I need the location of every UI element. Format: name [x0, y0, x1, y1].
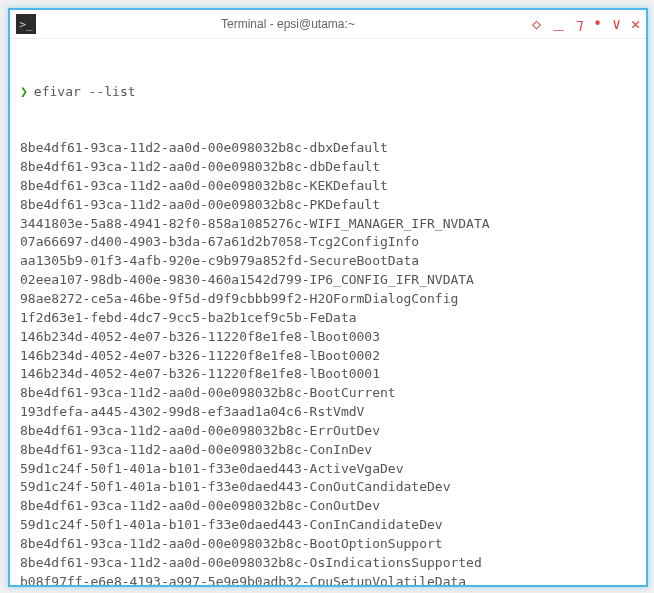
output-line: 8be4df61-93ca-11d2-aa0d-00e098032b8c-dbD… [20, 158, 636, 177]
maximize-alt-icon[interactable]: ◇ [532, 17, 541, 32]
output-line: 3441803e-5a88-4941-82f0-858a1085276c-WIF… [20, 215, 636, 234]
output-line: 8be4df61-93ca-11d2-aa0d-00e098032b8c-Boo… [20, 384, 636, 403]
output-line: 8be4df61-93ca-11d2-aa0d-00e098032b8c-Con… [20, 497, 636, 516]
output-line: 59d1c24f-50f1-401a-b101-f33e0daed443-Act… [20, 460, 636, 479]
prompt-line: ❯ efivar --list [20, 83, 636, 102]
terminal-window: >_ Terminal - epsi@utama:~ ◇ ＿ ⁊ • ∨ ✕ ❯… [8, 8, 648, 587]
window-controls: ◇ ＿ ⁊ • ∨ ✕ [532, 17, 640, 32]
output-line: 8be4df61-93ca-11d2-aa0d-00e098032b8c-OsI… [20, 554, 636, 573]
output-line: 8be4df61-93ca-11d2-aa0d-00e098032b8c-KEK… [20, 177, 636, 196]
output-line: 8be4df61-93ca-11d2-aa0d-00e098032b8c-PKD… [20, 196, 636, 215]
output-line: 98ae8272-ce5a-46be-9f5d-d9f9cbbb99f2-H2O… [20, 290, 636, 309]
output-line: 07a66697-d400-4903-b3da-67a61d2b7058-Tcg… [20, 233, 636, 252]
output-line: 59d1c24f-50f1-401a-b101-f33e0daed443-Con… [20, 478, 636, 497]
output-line: b08f97ff-e6e8-4193-a997-5e9e9b0adb32-Cpu… [20, 573, 636, 585]
output-line: 146b234d-4052-4e07-b326-11220f8e1fe8-lBo… [20, 328, 636, 347]
command-text: efivar --list [34, 83, 136, 102]
output-line: 193dfefa-a445-4302-99d8-ef3aad1a04c6-Rst… [20, 403, 636, 422]
terminal-icon: >_ [16, 14, 36, 34]
shade-icon[interactable]: ∨ [612, 17, 621, 32]
output-line: 8be4df61-93ca-11d2-aa0d-00e098032b8c-dbx… [20, 139, 636, 158]
output-line: 1f2d63e1-febd-4dc7-9cc5-ba2b1cef9c5b-FeD… [20, 309, 636, 328]
output-line: 8be4df61-93ca-11d2-aa0d-00e098032b8c-Err… [20, 422, 636, 441]
output-line: 146b234d-4052-4e07-b326-11220f8e1fe8-lBo… [20, 347, 636, 366]
close-icon[interactable]: ✕ [631, 17, 640, 32]
terminal-body[interactable]: ❯ efivar --list 8be4df61-93ca-11d2-aa0d-… [10, 39, 646, 585]
output-line: 8be4df61-93ca-11d2-aa0d-00e098032b8c-Con… [20, 441, 636, 460]
window-title: Terminal - epsi@utama:~ [44, 17, 532, 31]
output-line: 146b234d-4052-4e07-b326-11220f8e1fe8-lBo… [20, 365, 636, 384]
output-line: 8be4df61-93ca-11d2-aa0d-00e098032b8c-Boo… [20, 535, 636, 554]
dot-icon[interactable]: • [593, 17, 602, 32]
prompt-symbol: ❯ [20, 83, 28, 102]
output-line: 02eea107-98db-400e-9830-460a1542d799-IP6… [20, 271, 636, 290]
output-line: aa1305b9-01f3-4afb-920e-c9b979a852fd-Sec… [20, 252, 636, 271]
output-container: 8be4df61-93ca-11d2-aa0d-00e098032b8c-dbx… [20, 139, 636, 585]
titlebar[interactable]: >_ Terminal - epsi@utama:~ ◇ ＿ ⁊ • ∨ ✕ [10, 10, 646, 39]
output-line: 59d1c24f-50f1-401a-b101-f33e0daed443-Con… [20, 516, 636, 535]
minimize-icon[interactable]: ＿ [551, 17, 566, 32]
maximize-icon[interactable]: ⁊ [576, 17, 583, 32]
